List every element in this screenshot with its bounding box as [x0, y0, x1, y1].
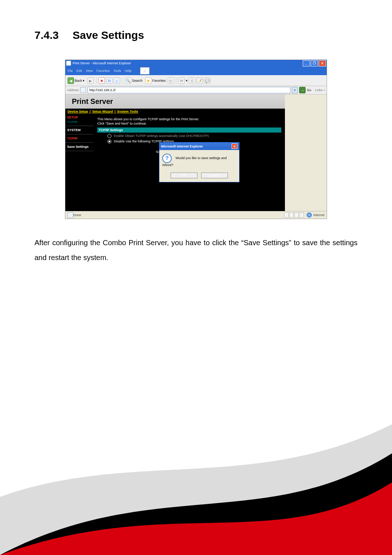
- window-maximize-button[interactable]: ❐: [311, 60, 318, 66]
- option-enable-dhcp[interactable]: Enable Obtain TCP/IP settings automatica…: [107, 134, 281, 138]
- print-server-nav: Device Setup | Setup Wizard | System Too…: [65, 109, 285, 114]
- window-minimize-button[interactable]: _: [303, 60, 310, 66]
- status-bar: Done Internet: [65, 211, 327, 219]
- toolbar: ◀ Back ▾ ▶ ✖ ↻ ⌂ 🔍Search ★Favorites ◴ ✉▾…: [65, 75, 327, 86]
- content-intro-2: Click "Save and Next" to continue.: [97, 122, 281, 125]
- content-pane: This Menu allows you to configure TCP/IP…: [94, 114, 285, 211]
- confirm-dialog: Microsoft Internet Explorer X ? Would yo…: [159, 142, 240, 182]
- go-button[interactable]: →Go: [299, 87, 311, 93]
- window-title: Print Server - Microsoft Internet Explor…: [73, 61, 131, 65]
- screenshot-browser-window: Print Server - Microsoft Internet Explor…: [65, 60, 327, 219]
- refresh-icon[interactable]: ↻: [106, 77, 113, 84]
- discuss-icon[interactable]: 💬: [204, 77, 211, 84]
- print-icon[interactable]: ⎙: [189, 77, 195, 84]
- content-intro-1: This Menu allows you to configure TCP/IP…: [97, 117, 281, 121]
- dialog-title: Microsoft Internet Explorer: [161, 145, 203, 148]
- history-icon[interactable]: ◴: [168, 77, 174, 84]
- menu-tools[interactable]: Tools: [113, 69, 121, 73]
- dialog-close-button[interactable]: X: [232, 143, 237, 149]
- ie-icon: [66, 61, 71, 66]
- favorites-star-icon: ★: [145, 77, 152, 84]
- sidebar-item-system[interactable]: SYSTEM: [65, 126, 94, 134]
- status-done: Done: [73, 213, 81, 217]
- address-input[interactable]: http://192.168.2.2/: [87, 87, 290, 93]
- section-number: 7.4.3: [34, 29, 59, 41]
- menu-edit[interactable]: Edit: [77, 69, 82, 73]
- toolbar-back-label: Back: [75, 79, 82, 82]
- toolbar-forward-button[interactable]: ▶: [86, 77, 94, 85]
- window-close-button[interactable]: X: [319, 60, 326, 66]
- radio-disable-icon: [107, 139, 111, 143]
- menu-bar: File Edit View Favorites Tools Help ⊞: [65, 66, 327, 75]
- internet-zone-icon: [307, 212, 312, 218]
- menu-favorites[interactable]: Favorites: [96, 69, 110, 73]
- sidebar-setup-header: SETUP: [65, 114, 94, 120]
- sidebar-item-tcpip[interactable]: TCP/IP: [65, 134, 94, 143]
- print-server-header: Print Server: [65, 94, 285, 109]
- sidebar-setup-sub: TCP/IP: [65, 120, 94, 126]
- stop-icon[interactable]: ✖: [98, 77, 105, 84]
- page-icon: [80, 87, 86, 93]
- radio-enable-icon: [107, 134, 111, 138]
- dialog-message: Would you like to save settings and rebo…: [162, 156, 226, 167]
- go-icon: →: [299, 87, 306, 93]
- nav-device-setup[interactable]: Device Setup: [68, 110, 88, 113]
- edit-icon[interactable]: 📝: [196, 77, 203, 84]
- dialog-titlebar: Microsoft Internet Explorer X: [159, 142, 239, 150]
- menu-view[interactable]: View: [86, 69, 93, 73]
- section-title: Save Settings: [73, 29, 144, 41]
- tcpip-settings-header: TCP/IP Settings: [97, 127, 281, 133]
- dialog-cancel-button[interactable]: Cancel: [201, 173, 228, 178]
- status-page-icon: [68, 212, 73, 218]
- forward-icon: ▶: [87, 77, 94, 84]
- windows-logo-icon: ⊞: [140, 67, 150, 74]
- browser-viewport: Print Server Device Setup | Setup Wizard…: [65, 94, 327, 211]
- menu-help[interactable]: Help: [124, 69, 131, 73]
- section-heading: 7.4.3 Save Settings: [34, 29, 358, 41]
- toolbar-favorites-button[interactable]: ★Favorites: [144, 77, 167, 85]
- address-bar: Address http://192.168.2.2/ ▾ →Go Links …: [65, 86, 327, 94]
- toolbar-back-button[interactable]: ◀ Back ▾: [67, 77, 85, 85]
- sidebar: SETUP TCP/IP SYSTEM TCP/IP Save Settings: [65, 114, 94, 211]
- body-paragraph: After configuring the Combo Print Server…: [34, 235, 358, 265]
- print-server-title: Print Server: [72, 97, 278, 106]
- viewport-right-margin: [285, 94, 327, 211]
- footer-decoration: [0, 399, 392, 555]
- status-zone: Internet: [313, 213, 324, 217]
- menu-file[interactable]: File: [68, 69, 73, 73]
- back-icon: ◀: [68, 77, 74, 84]
- nav-system-tools[interactable]: System Tools: [117, 110, 138, 113]
- question-icon: ?: [162, 154, 172, 163]
- mail-icon[interactable]: ✉: [178, 77, 185, 84]
- sidebar-item-save-settings[interactable]: Save Settings: [65, 143, 94, 151]
- search-icon: 🔍: [125, 77, 131, 84]
- home-icon[interactable]: ⌂: [114, 77, 120, 84]
- nav-setup-wizard[interactable]: Setup Wizard: [92, 110, 113, 113]
- address-dropdown-button[interactable]: ▾: [292, 87, 298, 93]
- dialog-ok-button[interactable]: OK: [171, 173, 197, 178]
- toolbar-search-button[interactable]: 🔍Search: [124, 77, 143, 85]
- status-dividers: [284, 212, 304, 218]
- links-label[interactable]: Links »: [315, 88, 325, 92]
- window-titlebar: Print Server - Microsoft Internet Explor…: [65, 60, 327, 66]
- address-label: Address: [67, 88, 79, 92]
